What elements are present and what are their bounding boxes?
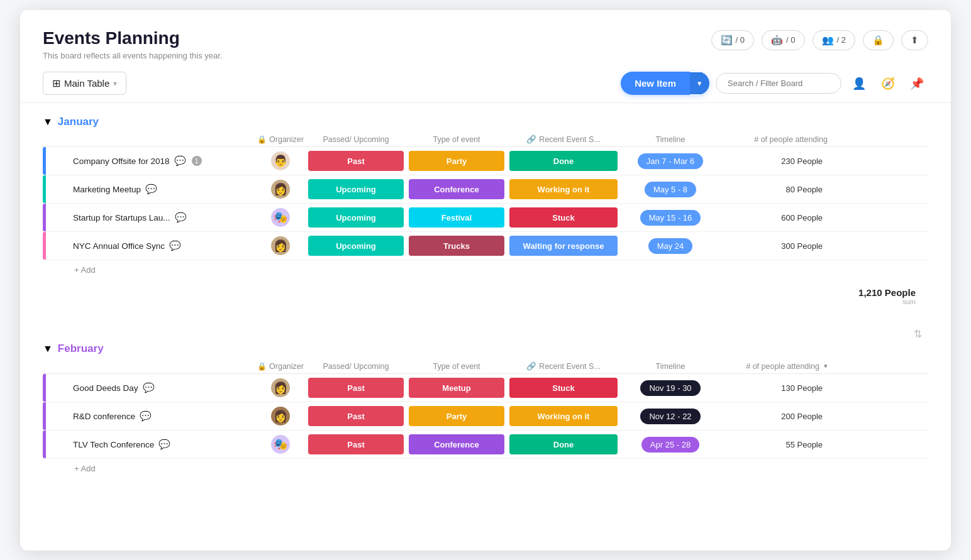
comment-icon[interactable]: 💬: [174, 155, 186, 167]
avatar: 👩: [271, 180, 290, 199]
event-status: Stuck: [509, 378, 618, 398]
col-type: Type of event: [406, 135, 507, 144]
lock-icon: 🔒: [257, 362, 267, 371]
comment-icon[interactable]: 💬: [143, 382, 155, 393]
search-input[interactable]: [716, 73, 841, 94]
pin-icon-button[interactable]: 📌: [906, 74, 928, 93]
sort-arrow-icon[interactable]: ▾: [824, 362, 828, 370]
sum-label: sum: [902, 298, 916, 305]
passed-cell: Past: [306, 433, 406, 456]
type-cell: Party: [406, 405, 507, 427]
group-february-toggle[interactable]: ▼: [43, 343, 53, 354]
comment-icon[interactable]: 💬: [169, 240, 181, 251]
timeline-pill: May 24: [648, 238, 693, 254]
toolbar-left: ⊞ Main Table ▾: [43, 72, 126, 95]
upload-btn[interactable]: ⬆: [901, 30, 928, 50]
col-passed: Passed/ Upcoming: [306, 135, 406, 144]
timeline-cell: May 5 - 8: [620, 182, 721, 197]
people-count: 130 People: [721, 383, 828, 393]
table-row: Startup for Startups Lau... 💬 🎭 Upcoming…: [43, 204, 928, 232]
january-table: 🔒 Organizer Passed/ Upcoming Type of eve…: [43, 132, 928, 310]
status-cell: Waiting for response: [507, 234, 620, 257]
timeline-cell: May 24: [620, 238, 721, 254]
bar-cell: [43, 175, 67, 203]
status-cell: Working on it: [507, 178, 620, 200]
content: ▼ January 🔒 Organizer Passed/ Upcoming: [20, 103, 951, 506]
row-name: Startup for Startups Lau... 💬: [67, 212, 255, 223]
people-count: 230 People: [721, 156, 828, 166]
upload-icon: ⬆: [911, 35, 919, 46]
event-status: Done: [509, 151, 618, 171]
timeline-pill: Apr 25 - 28: [641, 437, 699, 453]
type-status: Party: [409, 151, 504, 171]
group-january-toggle[interactable]: ▼: [43, 116, 53, 128]
lock-icon: 🔒: [257, 135, 267, 144]
activity-count: / 0: [736, 35, 745, 45]
new-item-main-button[interactable]: New Item: [621, 72, 690, 95]
new-item-button-group: New Item ▾: [621, 72, 709, 95]
col-recent: 🔗 Recent Event S...: [507, 361, 620, 371]
avatar: 🎭: [271, 208, 290, 227]
passed-cell: Past: [306, 376, 406, 399]
add-row[interactable]: + Add: [43, 260, 928, 280]
toolbar: ⊞ Main Table ▾ New Item ▾ 👤 🧭 📌: [20, 60, 951, 103]
main-table-button[interactable]: ⊞ Main Table ▾: [43, 72, 126, 95]
passed-status: Past: [308, 434, 404, 454]
type-status: Festival: [409, 207, 504, 228]
table-row: Company Offsite for 2018 💬 1 👨 Past Part…: [43, 147, 928, 175]
col-people: # of people attending: [721, 135, 828, 144]
timeline-pill: Nov 19 - 30: [640, 380, 700, 396]
comment-icon[interactable]: 💬: [158, 439, 170, 450]
group-february-title: February: [58, 343, 104, 355]
people-count: 200 People: [721, 412, 828, 421]
bot-icon: 🤖: [771, 35, 783, 46]
group-february: ▼ February 🔒 Organizer Passed/ Upcoming: [43, 343, 928, 478]
app-window: Events Planning This board reflects all …: [20, 10, 951, 551]
new-item-arrow-button[interactable]: ▾: [690, 72, 709, 94]
passed-status: Past: [308, 406, 404, 426]
avatar-cell: 👩: [255, 378, 306, 397]
comment-icon[interactable]: 💬: [175, 212, 187, 223]
user-icon-button[interactable]: 👤: [848, 74, 870, 93]
add-row-feb[interactable]: + Add: [43, 459, 928, 478]
bar-cell: [43, 232, 67, 260]
february-table: 🔒 Organizer Passed/ Upcoming Type of eve…: [43, 359, 928, 478]
passed-cell: Past: [306, 150, 406, 172]
type-status: Party: [409, 406, 504, 426]
avatar: 👨: [271, 151, 290, 170]
bar-cell: [43, 374, 67, 402]
event-status: Done: [509, 434, 618, 454]
timeline-pill: Nov 12 - 22: [640, 409, 700, 424]
type-cell: Conference: [406, 433, 507, 456]
timeline-cell: Apr 25 - 28: [620, 437, 721, 453]
col-people: # of people attending ▾: [721, 362, 828, 371]
table-row: R&D conference 💬 👩 Past Party Working on…: [43, 402, 928, 431]
avatar: 🎭: [271, 435, 290, 454]
bot-btn[interactable]: 🤖 / 0: [762, 30, 804, 50]
people-btn[interactable]: 👥 / 2: [813, 30, 855, 50]
compass-icon-button[interactable]: 🧭: [877, 74, 899, 93]
sum-value: 1,210 People: [858, 287, 916, 298]
passed-cell: Upcoming: [306, 178, 406, 200]
group-january-title: January: [58, 116, 99, 128]
col-timeline: Timeline: [620, 135, 721, 144]
comment-icon[interactable]: 💬: [140, 410, 152, 422]
group-january: ▼ January 🔒 Organizer Passed/ Upcoming: [43, 116, 928, 310]
lock-btn[interactable]: 🔒: [863, 30, 894, 50]
comment-icon[interactable]: 💬: [145, 184, 157, 195]
row-name: TLV Tech Conference 💬: [67, 439, 255, 450]
event-status: Working on it: [509, 406, 618, 426]
page-title: Events Planning: [43, 28, 222, 49]
header: Events Planning This board reflects all …: [20, 10, 951, 61]
sort-icon[interactable]: ⇅: [914, 328, 922, 340]
avatar: 👩: [271, 236, 290, 255]
row-bar: [43, 402, 46, 430]
col-organizer: 🔒 Organizer: [255, 135, 306, 144]
header-right: 🔄 / 0 🤖 / 0 👥 / 2 🔒 ⬆: [711, 28, 928, 50]
activity-btn[interactable]: 🔄 / 0: [711, 30, 754, 50]
avatar-cell: 🎭: [255, 435, 306, 454]
passed-status: Upcoming: [308, 236, 404, 256]
table-row: Good Deeds Day 💬 👩 Past Meetup Stuck: [43, 374, 928, 402]
col-recent: 🔗 Recent Event S...: [507, 135, 620, 144]
row-bar: [43, 147, 46, 175]
